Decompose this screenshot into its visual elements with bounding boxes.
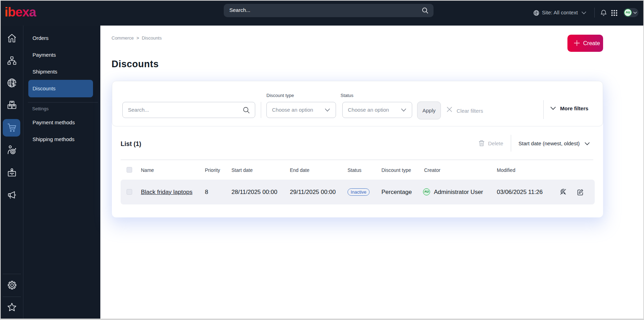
svg-text:ibexa: ibexa bbox=[5, 6, 36, 18]
